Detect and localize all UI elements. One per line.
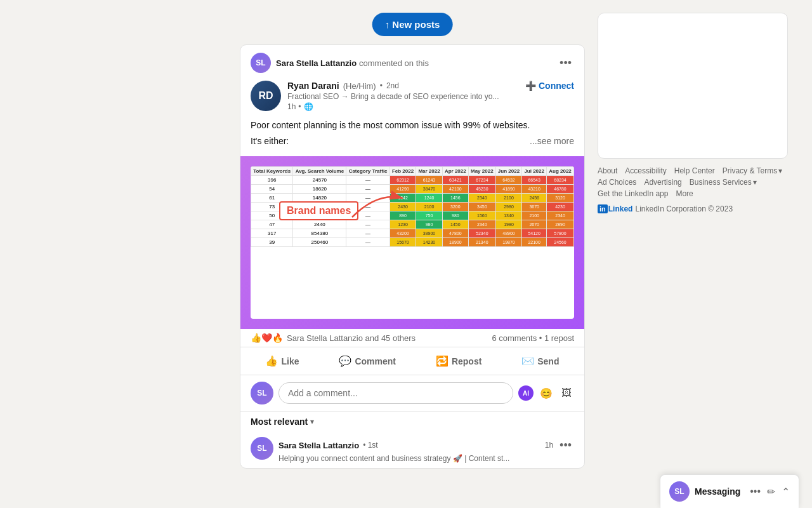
repost-label: Repost — [452, 356, 481, 366]
reply-avatar-initials: SL — [257, 444, 266, 453]
emoji-button[interactable]: 😊 — [537, 385, 555, 402]
reaction-count[interactable]: Sara Stella Lattanzio and 45 others — [287, 333, 416, 343]
author-avatar-initials: RD — [251, 81, 281, 111]
footer-get-app[interactable]: Get the LinkedIn app — [598, 189, 668, 198]
author-pronouns: (He/Him) — [343, 81, 376, 91]
copyright-text: LinkedIn Corporation © 2023 — [635, 204, 733, 213]
commenter-row: SL Sara Stella Lattanzio commented on th… — [251, 53, 429, 73]
like-label: Like — [281, 356, 299, 366]
footer-links: About Accessibility Help Center Privacy … — [598, 166, 788, 198]
most-relevant-row: Most relevant ▾ — [240, 411, 584, 432]
commenter-avatar: SL — [251, 53, 271, 73]
send-icon: ✉️ — [521, 355, 534, 367]
globe-icon: 🌐 — [304, 102, 313, 111]
dot-separator: • — [298, 102, 301, 111]
post-meta: 1h • 🌐 — [287, 102, 574, 111]
reactions-row: 👍❤️🔥 Sara Stella Lattanzio and 45 others… — [240, 329, 584, 347]
reply-name-row: Sara Stella Lattanzio • 1st 1h ••• — [278, 437, 574, 453]
spreadsheet-visual: Total Keywords Avg. Search Volume Catego… — [251, 166, 574, 319]
footer-privacy-label: Privacy & Terms — [723, 166, 777, 175]
comment-avatar: SL — [251, 382, 273, 404]
reply-more-button[interactable]: ••• — [557, 437, 574, 453]
messaging-label: Messaging — [695, 486, 745, 497]
messaging-more-button[interactable]: ••• — [750, 486, 761, 497]
reply-name[interactable]: Sara Stella Lattanzio — [278, 441, 359, 450]
reply-content: Sara Stella Lattanzio • 1st 1h ••• Helpi… — [278, 437, 574, 463]
author-degree-value: 2nd — [386, 81, 399, 90]
comment-label: Comment — [355, 356, 396, 366]
more-options-button[interactable]: ••• — [557, 55, 574, 71]
post-content: Poor content planning is the most common… — [240, 116, 584, 151]
post-text-secondary: It's either: ...see more — [251, 136, 574, 146]
send-button[interactable]: ✉️ Send — [514, 350, 566, 372]
comment-input[interactable] — [278, 382, 513, 404]
footer-ad-choices[interactable]: Ad Choices — [598, 178, 636, 187]
comments-count: 6 comments — [492, 333, 537, 343]
connect-icon: ➕ — [525, 81, 536, 91]
separator: • — [539, 333, 544, 343]
author-section: RD Ryan Darani (He/Him) • 2nd ➕ Connect … — [240, 78, 584, 116]
footer-about[interactable]: About — [598, 166, 617, 175]
like-button[interactable]: 👍 Like — [258, 350, 306, 372]
new-posts-label: ↑ New posts — [385, 19, 440, 30]
reply-time: 1h — [545, 441, 553, 450]
messaging-compose-button[interactable]: ✏ — [767, 486, 775, 498]
repost-icon: 🔁 — [436, 355, 449, 367]
new-posts-button[interactable]: ↑ New posts — [372, 13, 453, 36]
repost-button[interactable]: 🔁 Repost — [428, 350, 489, 372]
author-name-row: Ryan Darani (He/Him) • 2nd ➕ Connect — [287, 81, 574, 91]
reaction-emojis: 👍❤️🔥 — [251, 333, 283, 343]
center-feed: ↑ New posts SL Sara Stella Lattanzio com… — [240, 13, 585, 469]
author-avatar: RD — [251, 81, 281, 111]
comment-icons: AI 😊 🖼 — [518, 385, 574, 402]
comment-avatar-initials: SL — [257, 389, 266, 398]
author-headline: Fractional SEO → Bring a decade of SEO e… — [287, 92, 574, 101]
reply-degree: • 1st — [363, 441, 378, 450]
sidebar-ad-card — [598, 13, 788, 159]
right-column: About Accessibility Help Center Privacy … — [598, 13, 788, 469]
comment-area: SL AI 😊 🖼 — [240, 375, 584, 411]
footer-privacy-terms[interactable]: Privacy & Terms ▾ — [723, 166, 782, 175]
like-icon: 👍 — [265, 355, 278, 367]
author-name[interactable]: Ryan Darani — [287, 81, 339, 91]
author-degree: • — [380, 81, 383, 90]
footer-more[interactable]: More — [676, 189, 693, 198]
see-more-link[interactable]: ...see more — [530, 136, 574, 146]
business-dropdown-icon: ▾ — [753, 178, 757, 187]
left-column — [24, 13, 227, 469]
commenter-name[interactable]: Sara Stella Lattanzio — [276, 58, 357, 68]
messaging-expand-button[interactable]: ⌃ — [782, 486, 790, 498]
messaging-bar[interactable]: SL Messaging ••• ✏ ⌃ — [660, 474, 799, 508]
footer-copyright: in Linked LinkedIn Corporation © 2023 — [598, 204, 788, 213]
post-image-container: Total Keywords Avg. Search Volume Catego… — [240, 156, 584, 329]
connect-button[interactable]: ➕ Connect — [525, 81, 574, 91]
author-info: Ryan Darani (He/Him) • 2nd ➕ Connect Fra… — [287, 81, 574, 111]
footer-help-center[interactable]: Help Center — [674, 166, 715, 175]
arrow-annotation — [346, 185, 409, 224]
ai-badge: AI — [518, 385, 534, 401]
footer-business-services[interactable]: Business Services ▾ — [690, 178, 757, 187]
commenter-action: commented on this — [359, 58, 429, 68]
post-time: 1h — [287, 102, 296, 111]
messaging-avatar: SL — [669, 481, 690, 502]
footer-advertising[interactable]: Advertising — [644, 178, 681, 187]
commenter-avatar-initials: SL — [251, 53, 271, 73]
comment-button[interactable]: 💬 Comment — [331, 350, 403, 372]
image-button[interactable]: 🖼 — [559, 385, 574, 401]
reposts-count: 1 repost — [544, 333, 574, 343]
comments-reposts: 6 comments • 1 repost — [492, 333, 574, 343]
comment-icon: 💬 — [339, 355, 351, 367]
chevron-down-icon: ▾ — [310, 417, 314, 426]
reply-headline: Helping you connect content and business… — [278, 454, 574, 463]
post-text-2: It's either: — [251, 136, 289, 146]
post-header: SL Sara Stella Lattanzio commented on th… — [240, 45, 584, 78]
reply-avatar: SL — [251, 437, 273, 460]
connect-label: Connect — [539, 81, 574, 91]
action-row: 👍 Like 💬 Comment 🔁 Repost ✉️ Send — [240, 347, 584, 375]
post-text-main: Poor content planning is the most common… — [251, 119, 574, 132]
post-card: SL Sara Stella Lattanzio commented on th… — [240, 44, 585, 469]
privacy-dropdown-icon: ▾ — [778, 166, 782, 175]
footer-accessibility[interactable]: Accessibility — [625, 166, 666, 175]
messaging-avatar-initials: SL — [674, 487, 684, 496]
most-relevant-label[interactable]: Most relevant — [251, 417, 308, 427]
